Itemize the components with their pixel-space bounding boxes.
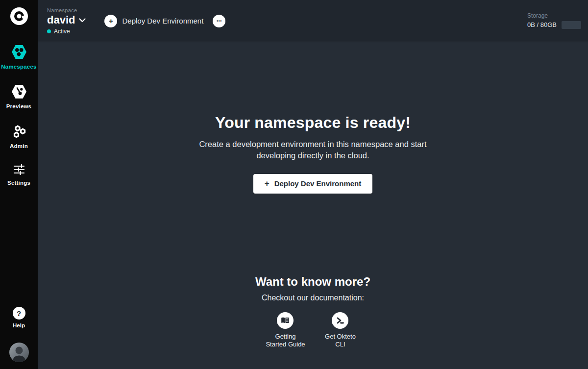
namespace-status: Active — [47, 28, 86, 35]
storage-title: Storage — [527, 12, 581, 19]
storage-progress-bar — [562, 21, 581, 29]
question-mark-icon: ? — [13, 307, 25, 320]
page-title: Your namespace is ready! — [215, 114, 411, 132]
okteto-logo-icon[interactable] — [10, 7, 28, 25]
settings-sliders-icon — [13, 164, 25, 177]
get-okteto-cli-link[interactable]: Get Okteto CLI — [316, 312, 364, 349]
terminal-icon — [332, 312, 348, 329]
namespace-overline: Namespace — [47, 7, 86, 13]
storage-usage: 0B / 80GB — [527, 21, 557, 28]
empty-namespace-hero: Your namespace is ready! Create a develo… — [198, 42, 428, 194]
deploy-dev-environment-button[interactable]: + Deploy Dev Environment — [253, 174, 372, 194]
documentation-section: Want to know more? Checkout our document… — [255, 275, 370, 349]
sidebar-item-label: Namespaces — [1, 64, 36, 70]
sidebar-item-namespaces[interactable]: Namespaces — [0, 45, 38, 70]
namespace-name: david — [47, 14, 75, 26]
sidebar-item-label: Settings — [7, 180, 30, 186]
admin-hex-nuts-icon — [11, 124, 27, 140]
namespaces-hexagons-icon — [12, 45, 26, 61]
more-options-button[interactable]: ••• — [213, 15, 225, 27]
status-dot-icon — [47, 29, 51, 33]
chevron-down-icon — [79, 16, 86, 25]
sidebar: Namespaces Previews — [0, 0, 38, 369]
doc-link-label: Get Okteto CLI — [325, 333, 356, 349]
plus-circle-icon: + — [104, 15, 117, 27]
sidebar-item-admin[interactable]: Admin — [0, 124, 38, 149]
plus-glyph: + — [265, 179, 270, 189]
doc-link-label: Getting Started Guide — [266, 333, 305, 349]
storage-indicator: Storage 0B / 80GB — [527, 12, 581, 29]
deploy-dev-environment-menu-button[interactable]: + Deploy Dev Environment — [104, 15, 203, 27]
sidebar-bottom: ? Help — [9, 307, 29, 369]
docs-subtitle: Checkout our documentation: — [262, 294, 364, 302]
sidebar-item-label: Admin — [10, 143, 28, 149]
status-label: Active — [54, 28, 70, 35]
plus-glyph: + — [109, 17, 113, 25]
getting-started-guide-link[interactable]: Getting Started Guide — [261, 312, 309, 349]
sidebar-item-label: Previews — [6, 103, 31, 109]
sidebar-item-previews[interactable]: Previews — [0, 85, 38, 109]
namespace-selector[interactable]: Namespace david Active — [47, 7, 86, 35]
help-label: Help — [13, 322, 25, 328]
app-window: Namespaces Previews — [0, 0, 588, 369]
main-content: Your namespace is ready! Create a develo… — [38, 42, 588, 369]
help-button[interactable]: ? Help — [13, 307, 25, 328]
docs-title: Want to know more? — [255, 275, 370, 289]
user-avatar[interactable] — [9, 343, 29, 362]
help-glyph: ? — [17, 309, 21, 318]
ellipsis-icon: ••• — [217, 19, 222, 24]
doc-links: Getting Started Guide Get Okteto CLI — [261, 312, 364, 349]
book-icon — [277, 312, 294, 329]
top-bar: Namespace david Active + — [38, 0, 588, 42]
deploy-button-label: Deploy Dev Environment — [274, 179, 362, 188]
content-column: Namespace david Active + — [38, 0, 588, 369]
deploy-menu-label: Deploy Dev Environment — [122, 17, 203, 25]
page-subtitle: Create a development environment in this… — [198, 139, 428, 162]
previews-hexagon-branch-icon — [12, 85, 26, 100]
sidebar-nav: Namespaces Previews — [0, 45, 38, 186]
sidebar-item-settings[interactable]: Settings — [0, 164, 38, 186]
